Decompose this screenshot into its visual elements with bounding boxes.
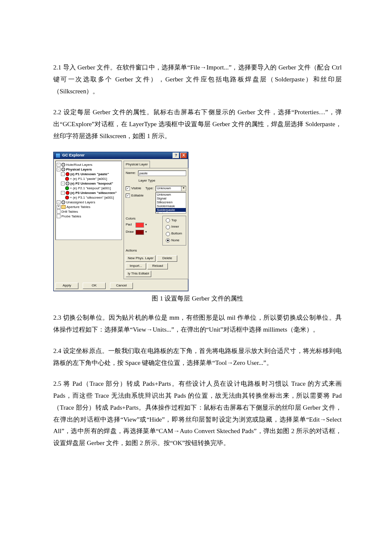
folder-icon	[61, 205, 66, 209]
eye-icon[interactable]	[61, 163, 65, 167]
type-label: Type:	[145, 185, 155, 192]
side-none-radio[interactable]: None	[166, 237, 184, 244]
eye-icon[interactable]	[65, 196, 69, 199]
tree-node[interactable]: + (e) P3.1 "silkscreen" [a001]	[70, 196, 114, 199]
paragraph-2-3: 2.3 切换公制单位。因为贴片机的单位是 mm，有些图形是以 mil 作单位，所…	[53, 312, 342, 336]
ok-button[interactable]: OK	[83, 283, 106, 289]
app-icon	[55, 153, 61, 158]
side-inner-radio[interactable]: Inner	[166, 224, 184, 230]
tree-node[interactable]: Probe Tables	[61, 214, 81, 218]
tree-toggle-icon[interactable]: -	[61, 182, 65, 185]
radio-label: Top	[171, 217, 177, 224]
tree-toggle-icon[interactable]: -	[57, 163, 61, 167]
layer-tree[interactable]: -Hole/Rout Layers -Physical Layers -(e) …	[55, 161, 122, 240]
tree-node[interactable]: + (e) P2.1 "keepout" [a001]	[70, 186, 111, 190]
figure-1: GC Explorer ? X -Hole/Rout Layers -Physi…	[53, 152, 342, 291]
dialog-footer: Apply OK Cancel	[54, 281, 188, 291]
tree-toggle-icon[interactable]: +	[57, 205, 61, 209]
paragraph-2-5: 2.5 将 Pad（Trace 部分）转成 Pads+Parts。有些设计人员在…	[53, 378, 342, 449]
eye-icon[interactable]	[66, 191, 69, 195]
tree-toggle-icon[interactable]: -	[61, 172, 65, 176]
paragraph-2-4: 2.4 设定坐标原点。一般我们取在电路板的左下角，首先将电路板显示放大到合适尺寸…	[53, 345, 342, 369]
pad-color-swatch[interactable]	[135, 223, 144, 228]
dialog-titlebar[interactable]: GC Explorer ? X	[54, 152, 188, 159]
type-option-selected[interactable]: Solderpaste	[156, 208, 186, 212]
radio-label: Bottom	[171, 231, 182, 237]
draw-color-swatch[interactable]	[135, 230, 144, 235]
tree-toggle-icon[interactable]: -	[57, 200, 61, 204]
visible-label: Visible	[131, 185, 141, 192]
document-page: 2.1 导入 Gerber 文件。在软件窗口中，选择菜单“File→Import…	[0, 0, 392, 555]
tab-row: Physical Layer	[124, 161, 188, 168]
properties-panel: Physical Layer Name: paste Layer Type ✓V…	[124, 161, 188, 279]
layer-type-heading: Layer Type	[138, 178, 186, 184]
help-button[interactable]: ?	[173, 153, 179, 159]
colors-label: Colors	[126, 216, 161, 222]
tree-node[interactable]: (e) P1 Unknown "paste"	[70, 172, 109, 176]
tree-node[interactable]: (e) P3 Unknown "silkscreen"	[70, 191, 117, 195]
editable-label: Editable	[131, 193, 144, 199]
eye-icon[interactable]	[61, 200, 65, 204]
tree-node[interactable]: + (e) P1.1 "paste" [a001]	[70, 177, 107, 181]
table-icon	[57, 209, 61, 214]
radio-label: Inner	[171, 224, 179, 230]
new-layer-button[interactable]: New Phys. Layer	[126, 255, 156, 262]
pad-color-label: Pad	[126, 222, 134, 228]
tree-node[interactable]: Physical Layers	[66, 168, 92, 171]
type-option[interactable]: Soldermask	[156, 204, 186, 208]
tree-toggle-icon[interactable]: -	[61, 191, 65, 195]
paragraph-2-1: 2.1 导入 Gerber 文件。在软件窗口中，选择菜单“File→Import…	[53, 62, 342, 97]
type-option[interactable]: Parts	[156, 212, 186, 214]
eye-icon[interactable]	[65, 186, 69, 190]
paragraph-2-2: 2.2 设定每层 Gerber 文件的属性。鼠标右击屏幕右下侧显示的 Gerbe…	[53, 107, 342, 142]
tab-physical-layer[interactable]: Physical Layer	[124, 161, 150, 168]
visible-checkbox[interactable]: ✓Visible	[126, 185, 144, 192]
cancel-button[interactable]: Cancel	[110, 283, 133, 289]
tree-node[interactable]: Hole/Rout Layers	[66, 163, 92, 167]
eye-icon[interactable]	[66, 182, 69, 185]
type-option[interactable]: Silkscreen	[156, 200, 186, 204]
delete-button[interactable]: Delete	[157, 255, 177, 262]
type-listbox[interactable]: Unknown Signal Silkscreen Soldermask Sol…	[156, 192, 186, 214]
editable-checkbox[interactable]: ✓Editable	[126, 193, 144, 199]
tree-node[interactable]: (e) P2 Unknown "keepout"	[70, 182, 113, 185]
dialog-title: GC Explorer	[62, 152, 172, 159]
apply-button[interactable]: Apply	[55, 283, 78, 289]
name-label: Name:	[126, 170, 137, 176]
eye-icon[interactable]	[66, 172, 69, 176]
type-option[interactable]: Unknown	[156, 193, 186, 197]
form-panel: Name: paste Layer Type ✓Visible ✓Editabl…	[124, 168, 188, 279]
only-this-editable-button[interactable]: ly This Editabl	[126, 271, 151, 277]
tree-node[interactable]: Aperture Tables	[66, 205, 90, 209]
type-combo[interactable]: Unknown ▼	[156, 186, 186, 191]
name-field[interactable]: paste	[138, 171, 186, 176]
eye-icon[interactable]	[65, 177, 69, 181]
dialog-body: -Hole/Rout Layers -Physical Layers -(e) …	[54, 159, 188, 281]
gc-explorer-dialog: GC Explorer ? X -Hole/Rout Layers -Physi…	[53, 152, 188, 291]
side-top-radio[interactable]: Top	[166, 217, 184, 224]
type-option[interactable]: Signal	[156, 197, 186, 200]
eye-icon[interactable]	[61, 168, 65, 171]
dropdown-icon[interactable]: ▾	[145, 222, 147, 228]
table-icon	[57, 214, 61, 218]
type-combo-value: Unknown	[156, 185, 181, 192]
radio-label: None	[171, 237, 179, 244]
import-button[interactable]: Import...	[126, 263, 146, 269]
draw-color-label: Draw	[126, 229, 134, 235]
chevron-down-icon[interactable]: ▼	[181, 186, 186, 191]
figure-1-caption: 图 1 设置每层 Gerber 文件的属性	[53, 293, 342, 305]
close-button[interactable]: X	[180, 153, 187, 159]
side-radio-group: Top Inner Bottom None	[166, 217, 184, 244]
tree-node[interactable]: Unassigned Layers	[66, 200, 95, 204]
tree-toggle-icon[interactable]: -	[57, 168, 61, 171]
tree-node[interactable]: Drill Tables	[61, 210, 78, 214]
dropdown-icon[interactable]: ▾	[145, 229, 147, 235]
reload-button[interactable]: Reload	[147, 263, 168, 269]
actions-label: Actions	[126, 248, 186, 254]
side-bottom-radio[interactable]: Bottom	[166, 231, 184, 237]
